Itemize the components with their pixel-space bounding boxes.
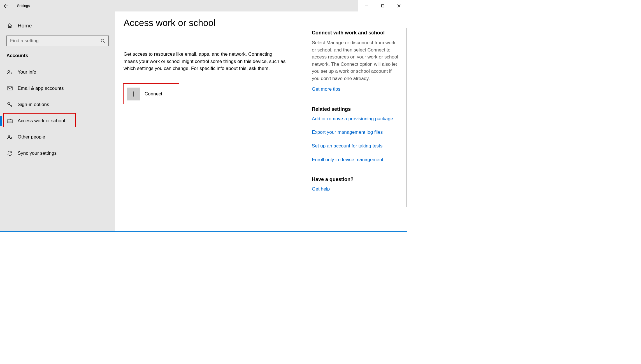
sync-icon	[6, 151, 13, 156]
sidebar-item-label: Sync your settings	[18, 151, 57, 156]
briefcase-icon	[6, 119, 13, 123]
side-column: Connect with work and school Select Mana…	[312, 18, 399, 231]
window-title: Settings	[17, 4, 30, 8]
search-wrap	[0, 36, 115, 46]
window-controls	[358, 0, 407, 11]
person-icon	[6, 70, 13, 74]
svg-rect-1	[382, 5, 384, 7]
minimize-button[interactable]	[358, 0, 375, 11]
side-block-question: Have a question? Get help	[312, 177, 399, 193]
related-link-enroll-device[interactable]: Enroll only in device management	[312, 156, 399, 163]
sidebar-item-sync[interactable]: Sync your settings	[0, 145, 115, 161]
sidebar-item-access-work-school[interactable]: Access work or school	[0, 113, 115, 129]
related-link-setup-tests[interactable]: Set up an account for taking tests	[312, 143, 399, 150]
side-heading: Related settings	[312, 106, 399, 112]
mail-icon	[6, 86, 13, 90]
home-button[interactable]: Home	[0, 20, 115, 32]
home-label: Home	[18, 23, 32, 29]
sidebar: Home Accounts Your info	[0, 11, 115, 231]
svg-point-11	[8, 135, 10, 137]
related-link-provisioning[interactable]: Add or remove a provisioning package	[312, 116, 399, 123]
settings-window: Settings Home	[0, 0, 407, 232]
sidebar-item-other-people[interactable]: Other people	[0, 129, 115, 145]
page-description: Get access to resources like email, apps…	[124, 51, 286, 72]
minimize-icon	[365, 4, 368, 8]
key-icon	[6, 102, 13, 107]
maximize-icon	[381, 4, 384, 8]
sidebar-item-signin[interactable]: Sign-in options	[0, 97, 115, 113]
side-heading: Connect with work and school	[312, 30, 399, 36]
sidebar-item-label: Sign-in options	[18, 102, 49, 107]
plus-icon	[127, 88, 140, 100]
side-text: Select Manage or disconnect from work or…	[312, 39, 399, 82]
search-box[interactable]	[6, 36, 109, 46]
sidebar-section-header: Accounts	[0, 53, 115, 58]
side-block-related: Related settings Add or remove a provisi…	[312, 106, 399, 163]
get-more-tips-link[interactable]: Get more tips	[312, 86, 399, 93]
maximize-button[interactable]	[375, 0, 391, 11]
search-input[interactable]	[10, 38, 101, 44]
side-block-connect: Connect with work and school Select Mana…	[312, 30, 399, 93]
home-icon	[6, 23, 13, 29]
sidebar-item-your-info[interactable]: Your info	[0, 64, 115, 80]
people-icon	[6, 135, 13, 140]
content-column: Access work or school Get access to reso…	[124, 18, 301, 231]
main-content: Access work or school Get access to reso…	[115, 11, 407, 231]
svg-point-2	[101, 39, 104, 42]
connect-label: Connect	[145, 91, 162, 97]
sidebar-item-label: Other people	[18, 134, 45, 140]
svg-point-9	[8, 102, 10, 105]
svg-line-3	[104, 42, 105, 43]
sidebar-item-email[interactable]: Email & app accounts	[0, 80, 115, 97]
titlebar: Settings	[0, 0, 407, 11]
page-title: Access work or school	[124, 18, 301, 28]
body: Home Accounts Your info	[0, 11, 407, 231]
connect-button[interactable]: Connect	[124, 84, 178, 104]
sidebar-item-label: Access work or school	[18, 118, 65, 124]
side-heading: Have a question?	[312, 177, 399, 182]
related-link-export-logs[interactable]: Export your management log files	[312, 129, 399, 136]
back-button[interactable]	[0, 0, 11, 11]
search-icon	[101, 39, 105, 43]
sidebar-item-label: Email & app accounts	[18, 86, 64, 91]
scrollbar[interactable]	[406, 28, 407, 207]
get-help-link[interactable]: Get help	[312, 186, 399, 193]
back-arrow-icon	[3, 3, 8, 8]
svg-point-4	[8, 71, 10, 72]
sidebar-item-label: Your info	[18, 69, 36, 75]
close-button[interactable]	[391, 0, 407, 11]
close-icon	[397, 4, 401, 8]
